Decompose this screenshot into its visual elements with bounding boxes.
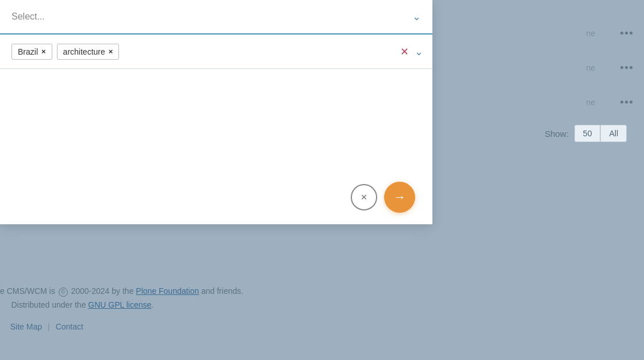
footer-year: 2000-2024: [71, 286, 109, 296]
modal-footer: × →: [0, 170, 432, 224]
footer-copyright-line: e CMS/WCM is © 2000-2024 by the Plone Fo…: [0, 285, 644, 298]
dot: [630, 66, 632, 69]
dot: [630, 101, 632, 104]
footer-text-mid: by the: [112, 286, 133, 296]
bg-text-3: ne: [586, 98, 595, 107]
page-footer: e CMS/WCM is © 2000-2024 by the Plone Fo…: [0, 256, 644, 360]
dot: [620, 66, 623, 69]
tag-brazil: Brazil ×: [12, 44, 52, 60]
bg-text-2: ne: [586, 63, 595, 72]
dot: [620, 32, 623, 35]
footer-license-before: Distributed under the: [11, 300, 86, 309]
footer-nav: Site Map | Contact: [0, 321, 644, 332]
filter-modal: Select... ⌄ Brazil × architecture × ✕ ⌄ …: [0, 0, 432, 224]
tag-architecture-remove[interactable]: ×: [109, 48, 113, 55]
dots-menu-2[interactable]: [620, 66, 632, 69]
dot: [625, 32, 628, 35]
bg-row-1: ne: [431, 17, 644, 49]
clear-all-icon[interactable]: ✕: [400, 45, 409, 58]
bg-text-1: ne: [586, 29, 595, 38]
dots-menu-3[interactable]: [620, 101, 632, 104]
tag-architecture: architecture ×: [57, 44, 120, 60]
chevron-down-icon[interactable]: ⌄: [412, 10, 421, 23]
show-controls: Show: 50 All: [431, 121, 644, 146]
dot: [630, 32, 632, 35]
cancel-button[interactable]: ×: [351, 184, 377, 210]
tags-chevron-icon[interactable]: ⌄: [415, 45, 423, 58]
copyright-icon: ©: [59, 288, 68, 297]
footer-text-after: and friends.: [201, 286, 243, 296]
tags-row: Brazil × architecture × ✕ ⌄: [0, 35, 432, 69]
license-link[interactable]: GNU GPL license: [88, 300, 151, 309]
modal-body: [0, 69, 432, 170]
select-placeholder: Select...: [12, 12, 412, 22]
footer-nav-sitemap[interactable]: Site Map: [10, 322, 42, 331]
show-50-button[interactable]: 50: [574, 125, 601, 142]
foundation-link[interactable]: Plone Foundation: [136, 286, 199, 296]
dot: [625, 101, 628, 104]
confirm-button[interactable]: →: [384, 182, 415, 213]
footer-period: .: [151, 300, 154, 309]
cancel-icon: ×: [361, 192, 367, 204]
arrow-right-icon: →: [393, 190, 406, 205]
bg-row-2: ne: [431, 52, 644, 83]
dots-menu-1[interactable]: [620, 32, 632, 35]
dot: [625, 66, 628, 69]
footer-nav-separator: |: [48, 322, 50, 331]
show-all-button[interactable]: All: [600, 125, 627, 142]
dot: [620, 101, 623, 104]
select-row[interactable]: Select... ⌄: [0, 0, 432, 35]
footer-license-line: Distributed under the GNU GPL license.: [0, 298, 644, 312]
show-label: Show:: [545, 129, 569, 139]
tag-brazil-remove[interactable]: ×: [41, 48, 46, 55]
footer-text-before: e CMS/WCM is: [0, 286, 55, 296]
tag-architecture-label: architecture: [63, 47, 105, 56]
tags-actions: ✕ ⌄: [400, 45, 423, 58]
bg-row-3: ne: [431, 86, 644, 118]
footer-nav-contact[interactable]: Contact: [56, 322, 83, 331]
tag-brazil-label: Brazil: [18, 47, 38, 56]
